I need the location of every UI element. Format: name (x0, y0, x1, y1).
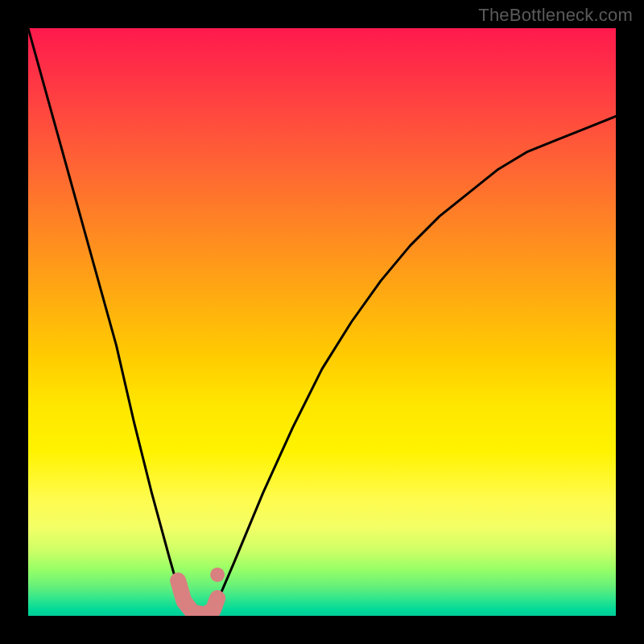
bottleneck-curve (28, 28, 616, 616)
left-dot (171, 573, 185, 588)
chart-svg (28, 28, 616, 616)
chart-frame: TheBottleneck.com (0, 0, 644, 644)
plot-area (28, 28, 616, 616)
attribution-text: TheBottleneck.com (478, 5, 633, 26)
right-dot (210, 568, 225, 582)
